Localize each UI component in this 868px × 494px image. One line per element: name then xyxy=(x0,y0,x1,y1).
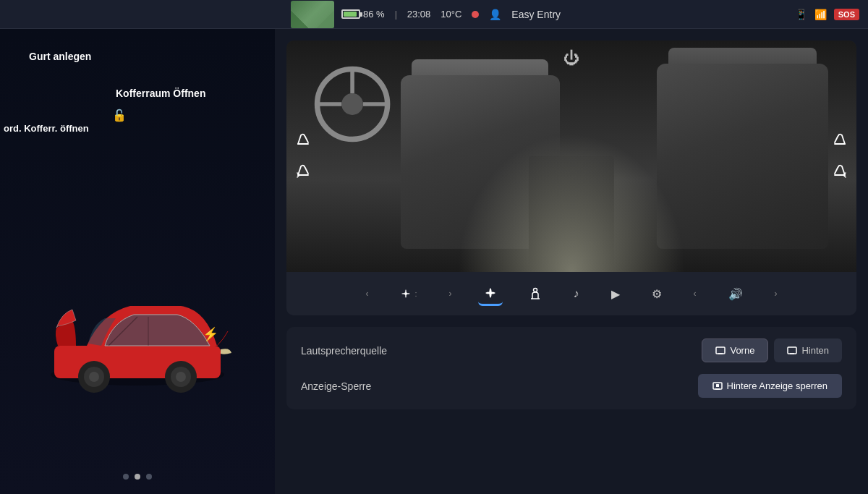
battery-indicator: 86 % xyxy=(341,9,385,20)
battery-percent: 86 % xyxy=(363,9,385,20)
label-kord[interactable]: ord. Kofferr. öffnen xyxy=(4,123,89,135)
dot-3[interactable] xyxy=(146,474,152,480)
steering-wheel-icon xyxy=(310,64,395,145)
car-image-area: ⚡ xyxy=(14,234,260,436)
btn-vorne[interactable]: Vorne xyxy=(702,338,768,362)
main-content: Gurt anlegen Kofferraum Öffnen ord. Koff… xyxy=(0,29,868,494)
status-bar-right: 📱 📶 SOS xyxy=(795,9,859,20)
lock-icon[interactable]: 🔓 xyxy=(112,108,127,122)
media-btn[interactable]: ▶ xyxy=(605,283,626,305)
side-controls-left xyxy=(295,131,311,182)
seat-recline-left-icon[interactable] xyxy=(295,131,311,150)
settings-panel: Lautsprecherquelle Vorne xyxy=(286,327,856,409)
volume-btn[interactable]: 🔊 xyxy=(723,283,749,305)
map-thumbnail xyxy=(291,1,334,28)
label-gurt: Gurt anlegen xyxy=(29,51,91,62)
svg-point-16 xyxy=(533,289,537,292)
label-kofferraum[interactable]: Kofferraum Öffnen xyxy=(116,87,205,100)
seat-recline-right-icon[interactable] xyxy=(832,131,848,150)
fan-icon-btn[interactable]: : xyxy=(394,284,422,304)
phone-icon: 📱 xyxy=(795,9,807,20)
battery-icon xyxy=(341,9,360,19)
dot-indicators xyxy=(123,474,152,480)
seat-forward-left-icon[interactable] xyxy=(295,162,311,182)
profile-icon: 👤 xyxy=(489,9,501,20)
seat-forward-right-icon[interactable] xyxy=(832,162,848,182)
wifi-icon: 📶 xyxy=(814,9,827,20)
svg-text:⚡: ⚡ xyxy=(203,326,219,342)
lautsprecher-btn-group: Vorne Hinten xyxy=(702,338,842,362)
light-effect xyxy=(457,133,685,272)
btn-hinten[interactable]: Hinten xyxy=(774,338,842,362)
svg-point-4 xyxy=(89,372,99,382)
car-illustration: ⚡ xyxy=(36,270,239,400)
side-controls-right xyxy=(832,131,848,182)
svg-rect-18 xyxy=(788,347,796,354)
anzeige-row: Anzeige-Sperre Hintere Anzeige sperren xyxy=(301,374,842,398)
music-btn[interactable]: ♪ xyxy=(568,283,585,305)
sos-badge[interactable]: SOS xyxy=(834,9,859,20)
seat-heat-btn[interactable] xyxy=(523,283,548,305)
volume-prev-btn[interactable]: ‹ xyxy=(688,284,702,303)
btn-sperren[interactable]: Hintere Anzeige sperren xyxy=(698,374,842,398)
anzeige-label: Anzeige-Sperre xyxy=(301,380,371,392)
volume-next-btn[interactable]: › xyxy=(769,284,783,303)
recording-indicator xyxy=(472,11,479,18)
status-bar: 86 % | 23:08 10°C 👤 Easy Entry 📱 📶 SOS xyxy=(0,0,868,29)
dot-2[interactable] xyxy=(135,474,140,480)
lautsprecher-row: Lautsprecherquelle Vorne xyxy=(301,338,842,362)
dot-1[interactable] xyxy=(123,474,129,480)
status-bar-center: 86 % | 23:08 10°C 👤 Easy Entry xyxy=(341,9,788,20)
controls-bar: ‹ : › xyxy=(286,272,856,315)
svg-point-7 xyxy=(176,372,186,382)
lautsprecher-label: Lautsprecherquelle xyxy=(301,345,387,357)
battery-fill xyxy=(344,12,357,17)
svg-point-10 xyxy=(341,93,363,115)
camera-view: ⏻ xyxy=(286,41,856,315)
power-button[interactable]: ⏻ xyxy=(563,49,579,68)
left-panel: Gurt anlegen Kofferraum Öffnen ord. Koff… xyxy=(0,29,275,494)
svg-rect-20 xyxy=(716,384,719,387)
easy-entry-label: Easy Entry xyxy=(511,9,561,20)
time-display: 23:08 xyxy=(407,9,431,20)
divider: | xyxy=(395,9,397,20)
fan-speed-next-btn[interactable]: › xyxy=(443,284,458,303)
fan-main-btn[interactable] xyxy=(478,282,503,306)
temperature-display: 10°C xyxy=(441,9,461,20)
settings-btn[interactable]: ⚙ xyxy=(646,283,668,305)
right-panel: ⏻ xyxy=(275,29,868,494)
camera-feed: ⏻ xyxy=(286,41,856,272)
svg-rect-17 xyxy=(716,347,725,354)
fan-speed-prev-btn[interactable]: ‹ xyxy=(359,284,374,303)
